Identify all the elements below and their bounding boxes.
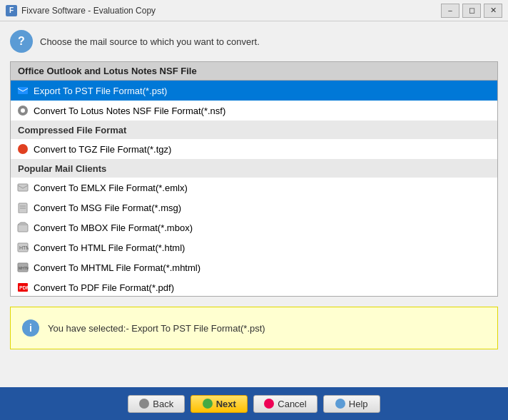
back-label: Back <box>153 399 173 409</box>
list-item-label: Convert To MSG File Format(*.msg) <box>34 203 181 213</box>
cancel-label: Cancel <box>278 399 306 409</box>
bottom-bar: Back Next Cancel Help <box>0 387 508 420</box>
minimize-button[interactable]: − <box>441 4 459 18</box>
svg-rect-8 <box>18 225 28 232</box>
list-item[interactable]: Convert to TGZ File Format(*.tgz) <box>11 139 497 159</box>
next-label: Next <box>216 399 236 409</box>
info-icon: i <box>22 319 39 337</box>
app-icon: F <box>6 5 17 16</box>
icon-pst <box>16 84 29 97</box>
icon-nsf <box>16 104 29 117</box>
back-button[interactable]: Back <box>128 395 185 413</box>
format-list-container[interactable]: Office Outlook and Lotus Notes NSF File … <box>10 61 498 297</box>
svg-text:MHTML: MHTML <box>19 266 29 270</box>
svg-rect-4 <box>18 184 28 191</box>
cancel-button[interactable]: Cancel <box>253 395 317 413</box>
window-title: Fixvare Software - Evaluation Copy <box>21 6 441 16</box>
back-icon <box>139 399 149 409</box>
restore-button[interactable]: ◻ <box>462 4 481 18</box>
selection-info-box: i You have selected:- Export To PST File… <box>10 307 498 349</box>
svg-text:HTML: HTML <box>19 245 29 250</box>
icon-mhtml: MHTML <box>16 261 29 274</box>
svg-text:PDF: PDF <box>19 285 29 290</box>
list-item-label: Convert To PDF File Format(*.pdf) <box>34 282 174 293</box>
svg-point-2 <box>21 108 25 113</box>
help-icon <box>335 399 345 409</box>
next-button[interactable]: Next <box>190 395 248 413</box>
icon-pdf: PDF <box>16 281 29 294</box>
main-content: ? Choose the mail source to which you wa… <box>0 21 508 358</box>
list-item[interactable]: Convert To MSG File Format(*.msg) <box>11 198 497 217</box>
list-items: Export To PST File Format(*.pst)Convert … <box>11 81 497 297</box>
list-item-label: Convert To MHTML File Format(*.mhtml) <box>34 262 200 273</box>
list-item[interactable]: Convert To MBOX File Format(*.mbox) <box>11 217 497 237</box>
list-column-header: Office Outlook and Lotus Notes NSF File <box>11 62 497 81</box>
list-item[interactable]: PDFConvert To PDF File Format(*.pdf) <box>11 277 497 297</box>
header-icon: ? <box>10 30 33 53</box>
list-item[interactable]: Convert To EMLX File Format(*.emlx) <box>11 178 497 198</box>
list-item[interactable]: Popular Mail Clients <box>11 159 497 178</box>
header-instruction: Choose the mail source to which you want… <box>40 36 260 47</box>
cancel-icon <box>264 399 274 409</box>
icon-msg <box>16 201 29 214</box>
window-controls: − ◻ ✕ <box>441 4 502 18</box>
icon-html: HTML <box>16 241 29 254</box>
help-label: Help <box>349 399 368 409</box>
icon-tgz <box>16 143 29 155</box>
list-item[interactable]: Compressed File Format <box>11 121 497 139</box>
list-item-label: Convert To Lotus Notes NSF File Format(*… <box>34 106 225 116</box>
list-item[interactable]: MHTMLConvert To MHTML File Format(*.mhtm… <box>11 257 497 277</box>
header-row: ? Choose the mail source to which you wa… <box>10 30 498 53</box>
list-item-label: Convert To HTML File Format(*.html) <box>34 242 185 253</box>
help-button[interactable]: Help <box>323 395 380 413</box>
list-item[interactable]: Export To PST File Format(*.pst) <box>11 81 497 101</box>
selection-info-text: You have selected:- Export To PST File F… <box>48 323 265 334</box>
close-button[interactable]: ✕ <box>484 4 502 18</box>
list-item[interactable]: HTMLConvert To HTML File Format(*.html) <box>11 237 497 257</box>
icon-mbox <box>16 221 29 234</box>
list-item-label: Convert To MBOX File Format(*.mbox) <box>34 222 193 233</box>
title-bar: F Fixvare Software - Evaluation Copy − ◻… <box>0 0 508 21</box>
svg-point-3 <box>18 144 28 154</box>
icon-emlx <box>16 181 29 194</box>
svg-rect-0 <box>18 87 28 94</box>
list-item-label: Export To PST File Format(*.pst) <box>34 86 167 96</box>
next-icon <box>203 399 213 409</box>
list-item-label: Convert To EMLX File Format(*.emlx) <box>34 183 188 193</box>
list-item[interactable]: Convert To Lotus Notes NSF File Format(*… <box>11 101 497 121</box>
list-item-label: Convert to TGZ File Format(*.tgz) <box>34 144 171 155</box>
